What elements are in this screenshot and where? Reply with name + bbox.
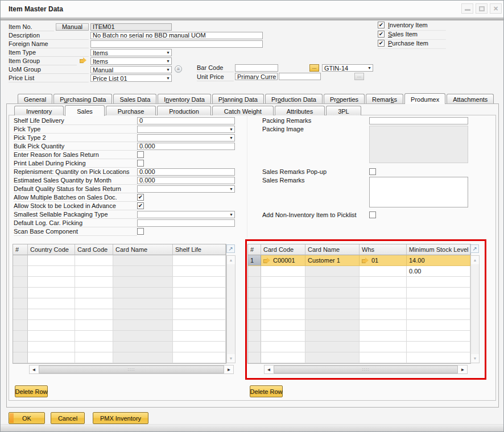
- cell-shelf-life[interactable]: [173, 266, 226, 277]
- cell-minimum-stock-level[interactable]: [407, 298, 470, 309]
- bar-code-type-select[interactable]: GTIN-14▼: [322, 64, 373, 72]
- cell-card-code[interactable]: [75, 277, 113, 288]
- cell-[interactable]: [248, 266, 261, 277]
- scroll-right-button[interactable]: ►: [458, 365, 467, 373]
- cell-card-code[interactable]: [261, 320, 305, 331]
- cell-[interactable]: [13, 298, 28, 309]
- cell-[interactable]: [248, 342, 261, 352]
- item-group-link-arrow-icon[interactable]: [80, 58, 86, 63]
- cell-shelf-life[interactable]: [173, 298, 226, 309]
- cell-card-name[interactable]: [113, 266, 173, 277]
- allow-stock-to-be-locked-in-advance-checkbox[interactable]: [137, 202, 144, 209]
- cell-country-code[interactable]: [28, 320, 75, 331]
- right-delete-row-button[interactable]: Delete Row: [250, 385, 283, 397]
- unit-price-browse-button[interactable]: ...: [354, 73, 364, 80]
- tab-attributes[interactable]: Attributes: [275, 106, 325, 115]
- cell-card-code[interactable]: [261, 331, 305, 342]
- item-no-field[interactable]: ITEM01: [90, 23, 172, 31]
- scroll-left-button[interactable]: ◄: [30, 365, 38, 373]
- cell-minimum-stock-level[interactable]: [407, 352, 470, 363]
- link-arrow-icon[interactable]: [362, 258, 369, 263]
- uom-list-icon[interactable]: ≡: [175, 65, 182, 73]
- tab-purchasing-data[interactable]: Purchasing Data: [53, 94, 112, 103]
- cell-card-code[interactable]: [261, 298, 305, 309]
- cell-whs[interactable]: [360, 277, 407, 288]
- tab-sales-data[interactable]: Sales Data: [113, 94, 156, 103]
- scrollbar-thumb[interactable]: ::::: [274, 365, 458, 373]
- cell-minimum-stock-level[interactable]: [407, 288, 470, 298]
- cell-card-name[interactable]: Customer 1: [305, 255, 360, 266]
- cell-card-name[interactable]: [305, 288, 360, 298]
- tab-catch-weight[interactable]: Catch Weight: [212, 106, 274, 115]
- shelf-life-delivery-field[interactable]: 0: [137, 117, 235, 124]
- cell-card-name[interactable]: [305, 352, 360, 363]
- cell-[interactable]: [13, 331, 28, 342]
- cell-card-code[interactable]: [261, 266, 305, 277]
- left-delete-row-button[interactable]: Delete Row: [15, 385, 48, 397]
- tab-attachments[interactable]: Attachments: [447, 94, 494, 103]
- bulk-pick-quantity-field[interactable]: 0.000: [137, 143, 235, 150]
- cell-whs[interactable]: [360, 288, 407, 298]
- scroll-down-button[interactable]: ▼: [227, 354, 235, 363]
- cell-shelf-life[interactable]: [173, 352, 226, 363]
- sales-item-checkbox[interactable]: [378, 31, 385, 38]
- cell-[interactable]: [248, 320, 261, 331]
- cell-minimum-stock-level[interactable]: [407, 331, 470, 342]
- cell-card-name[interactable]: [113, 255, 173, 266]
- cell-card-code[interactable]: [75, 342, 113, 352]
- cell-[interactable]: [248, 331, 261, 342]
- item-type-select[interactable]: Items▼: [90, 49, 172, 56]
- cell-card-code[interactable]: [261, 288, 305, 298]
- add-non-inventory-item-to-picklist-checkbox[interactable]: [369, 211, 376, 218]
- cell-card-code[interactable]: [261, 342, 305, 352]
- packing-image-box[interactable]: [369, 126, 468, 163]
- cell-country-code[interactable]: [28, 309, 75, 320]
- cell-country-code[interactable]: [28, 352, 75, 363]
- cell-[interactable]: [13, 352, 28, 363]
- cell-whs[interactable]: [360, 352, 407, 363]
- cell-minimum-stock-level[interactable]: [407, 320, 470, 331]
- cell-[interactable]: [13, 320, 28, 331]
- cell-country-code[interactable]: [28, 342, 75, 352]
- cell-whs[interactable]: [360, 331, 407, 342]
- cell-shelf-life[interactable]: [173, 255, 226, 266]
- scrollbar-thumb[interactable]: ::::: [39, 365, 224, 373]
- inventory-item-checkbox[interactable]: [378, 22, 385, 28]
- bar-code-field[interactable]: [235, 64, 278, 72]
- pick-type-select[interactable]: ▼: [137, 126, 235, 133]
- cell-card-code[interactable]: [261, 309, 305, 320]
- cell-[interactable]: [248, 298, 261, 309]
- cell-minimum-stock-level[interactable]: [407, 277, 470, 288]
- cell-card-name[interactable]: [113, 320, 173, 331]
- tab-production-data[interactable]: Production Data: [265, 94, 323, 103]
- cell-whs[interactable]: [360, 298, 407, 309]
- cell-card-name[interactable]: [113, 298, 173, 309]
- cell-card-code[interactable]: [75, 331, 113, 342]
- cell-country-code[interactable]: [28, 255, 75, 266]
- link-arrow-icon[interactable]: [263, 258, 270, 263]
- cell-shelf-life[interactable]: [173, 288, 226, 298]
- scroll-left-button[interactable]: ◄: [265, 365, 273, 373]
- replenishment-quantity-on-pick-locations-field[interactable]: 0.000: [137, 168, 235, 176]
- cell-minimum-stock-level[interactable]: [407, 342, 470, 352]
- purchase-item-checkbox[interactable]: [378, 40, 385, 47]
- cell-[interactable]: [13, 309, 28, 320]
- tab-purchase[interactable]: Purchase: [106, 106, 156, 115]
- tab-planning-data[interactable]: Planning Data: [212, 94, 264, 103]
- default-quality-status-for-sales-return-select[interactable]: ▼: [137, 185, 235, 193]
- close-button[interactable]: ✕: [490, 3, 502, 14]
- cell-card-name[interactable]: [305, 320, 360, 331]
- cell-whs[interactable]: 01: [360, 255, 407, 266]
- cell-card-name[interactable]: [113, 342, 173, 352]
- item-group-select[interactable]: Items▼: [90, 57, 172, 65]
- cell-card-name[interactable]: [113, 288, 173, 298]
- cell-card-name[interactable]: [305, 277, 360, 288]
- cell-card-name[interactable]: [113, 331, 173, 342]
- tab-produmex[interactable]: Produmex: [404, 93, 445, 104]
- cell-[interactable]: [13, 255, 28, 266]
- cell-shelf-life[interactable]: [173, 320, 226, 331]
- scroll-up-button[interactable]: ▲: [471, 256, 479, 264]
- cell-[interactable]: [13, 342, 28, 352]
- cell-country-code[interactable]: [28, 266, 75, 277]
- cell-card-code[interactable]: C00001: [261, 255, 305, 266]
